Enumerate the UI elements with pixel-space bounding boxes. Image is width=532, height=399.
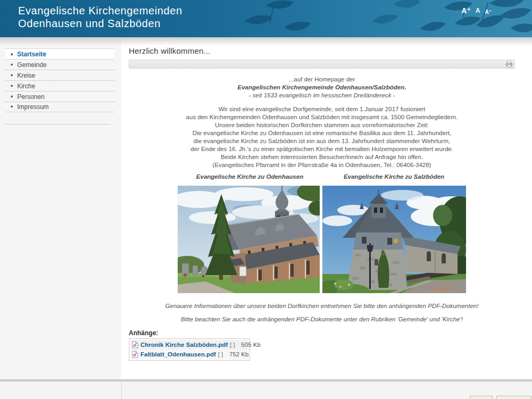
site-title-line2: Odenhausen und Salzböden (18, 17, 182, 30)
body-paragraph: Wir sind eine evangelische Dorfgemeinde,… (129, 105, 515, 169)
site-header: Evangelische Kirchengemeinden Odenhausen… (0, 0, 532, 37)
page-toolbar (129, 60, 515, 69)
note-rubrics: Bitte beachten Sie auch die anhängenden … (129, 315, 515, 323)
sidebar-item-label: Kreise (17, 72, 35, 79)
attachments-heading: Anhänge: (129, 329, 515, 337)
photo-church-odenhausen (178, 186, 320, 293)
sidebar: • Startseite • Gemeinde • Kreise • Kirch… (0, 37, 121, 379)
photo-date-stamp: 2011/9/7 (431, 287, 454, 292)
attachment-size: 752 Kb (225, 351, 248, 358)
sidebar-item-gemeinde[interactable]: • Gemeinde (5, 59, 114, 70)
site-footer (0, 381, 532, 399)
bullet-icon: • (11, 72, 13, 79)
main-content: Herzlich willkommen... ...auf der Homepa… (121, 37, 532, 379)
bullet-icon: • (11, 93, 13, 101)
pdf-icon (132, 341, 138, 348)
note-pdf-documents: Genauere Informationen über unsere beide… (129, 302, 515, 310)
attachment-row: Chronik Kirche Salzböden.pdf [ ] 505 Kb (130, 340, 248, 350)
paragraph-line: Die evangelische Kirche zu Odenhausen is… (129, 129, 515, 137)
footer-column-divider (121, 381, 122, 399)
paragraph-line: Unsere beiden historischen Dorfkirchen s… (129, 121, 515, 129)
paragraph-line: aus den Kirchengemeinden Odenhausen und … (129, 113, 515, 121)
page-title: Herzlich willkommen... (129, 47, 515, 55)
bullet-icon: • (11, 82, 13, 90)
attachment-link[interactable]: Faltblatt_Odenhausen.pdf (140, 351, 216, 358)
font-increase-button[interactable]: A⁺ (461, 6, 471, 15)
intro-text: ...auf der Homepage der Evangelischen Ki… (129, 76, 515, 99)
paragraph-line: Wir sind eine evangelische Dorfgemeinde,… (129, 105, 515, 113)
main-navigation: • Startseite • Gemeinde • Kreise • Kirch… (5, 48, 114, 112)
caption-odenhausen: Evangelische Kirche zu Odenhausen (178, 173, 322, 181)
paragraph-line: die evangelische Kirche zu Salzböden ist… (129, 137, 515, 145)
site-title-line1: Evangelische Kirchengemeinden (18, 4, 182, 17)
sidebar-item-label: Kirche (17, 82, 35, 90)
bullet-icon: • (11, 103, 13, 111)
sidebar-item-label: Startseite (17, 51, 46, 58)
paragraph-line: (Evangelisches Pfarramt in der Pfarrstra… (129, 161, 515, 169)
font-size-controls: A⁺ A A⁻ (461, 6, 492, 16)
leaf-pattern-decoration (234, 0, 532, 37)
attachment-row: Faltblatt_Odenhausen.pdf [ ] 752 Kb (130, 350, 248, 359)
attachment-counter: [ ] (218, 351, 223, 358)
content-columns: • Startseite • Gemeinde • Kreise • Kirch… (0, 37, 532, 379)
print-icon[interactable] (505, 61, 513, 68)
intro-line: Evangelischen Kirchengemeinde Odenhausen… (129, 84, 515, 92)
caption-salzboeden: Evangelische Kirche zu Salzböden (322, 173, 466, 181)
bullet-icon: • (11, 61, 13, 69)
attachment-counter: [ ] (230, 342, 235, 348)
intro-line: - seit 1533 evangelisch im hessischen Dr… (129, 92, 515, 99)
sidebar-item-label: Gemeinde (17, 61, 46, 69)
font-decrease-button[interactable]: A⁻ (485, 8, 492, 16)
attachments-table: Chronik Kirche Salzböden.pdf [ ] 505 Kb … (129, 338, 250, 361)
paragraph-line: der Ende des 16. Jh.'s zu einer spätgoti… (129, 145, 515, 153)
attachment-size: 505 Kb (237, 342, 261, 348)
sidebar-item-impressum[interactable]: • Impressum (5, 102, 114, 112)
sidebar-item-label: Impressum (17, 103, 48, 111)
site-title: Evangelische Kirchengemeinden Odenhausen… (18, 4, 182, 30)
sidebar-item-personen[interactable]: • Personen (5, 91, 114, 102)
font-default-button[interactable]: A (476, 6, 480, 15)
pdf-icon (132, 351, 138, 358)
sidebar-item-startseite[interactable]: • Startseite (5, 48, 114, 59)
sidebar-divider (5, 124, 111, 124)
paragraph-line: Beide Kirchen stehen interessierten Besu… (129, 153, 515, 161)
validation-badge[interactable] (470, 396, 493, 399)
photos: 2011/9/7 (178, 186, 466, 293)
sidebar-item-label: Personen (17, 93, 44, 101)
sidebar-item-kirche[interactable]: • Kirche (5, 80, 114, 91)
intro-line: ...auf der Homepage der (129, 76, 515, 84)
photo-captions: Evangelische Kirche zu Odenhausen Evange… (178, 173, 466, 181)
photo-church-salzboeden: 2011/9/7 (322, 186, 466, 293)
attachment-link[interactable]: Chronik Kirche Salzböden.pdf (140, 342, 228, 348)
sidebar-item-kreise[interactable]: • Kreise (5, 70, 114, 80)
bullet-icon: • (11, 51, 13, 58)
validation-badge[interactable] (496, 396, 531, 399)
